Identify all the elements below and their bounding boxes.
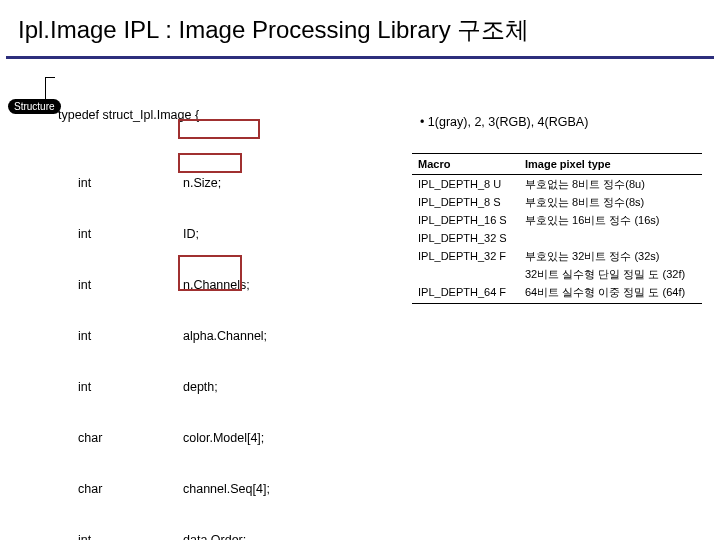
macro-cell: IPL_DEPTH_32 S [412, 229, 519, 247]
table-row: IPL_DEPTH_8 S부호있는 8비트 정수(8s) [412, 193, 702, 211]
table-row: IPL_DEPTH_32 F부호있는 32비트 정수 (32s) [412, 247, 702, 265]
code-typedef: typedef struct_Ipl.Image { [58, 107, 199, 124]
code-name: n.Channels; [183, 277, 250, 294]
code-name: color.Model[4]; [183, 430, 264, 447]
table-row: IPL_DEPTH_8 U부호없는 8비트 정수(8u) [412, 175, 702, 194]
desc-cell: 부호있는 32비트 정수 (32s) [519, 247, 702, 265]
macro-cell: IPL_DEPTH_8 S [412, 193, 519, 211]
desc-cell [519, 229, 702, 247]
code-type: int [58, 277, 183, 294]
desc-cell: 32비트 실수형 단일 정밀 도 (32f) [519, 265, 702, 283]
code-type: int [58, 175, 183, 192]
desc-cell: 부호없는 8비트 정수(8u) [519, 175, 702, 194]
macro-header-2: Image pixel type [519, 154, 702, 175]
code-type: char [58, 430, 183, 447]
code-name: channel.Seq[4]; [183, 481, 270, 498]
macro-cell: IPL_DEPTH_32 F [412, 247, 519, 265]
channels-note: • 1(gray), 2, 3(RGB), 4(RGBA) [420, 115, 588, 129]
code-name: alpha.Channel; [183, 328, 267, 345]
table-row: 32비트 실수형 단일 정밀 도 (32f) [412, 265, 702, 283]
macro-header-1: Macro [412, 154, 519, 175]
table-row: IPL_DEPTH_32 S [412, 229, 702, 247]
code-type: int [58, 532, 183, 540]
code-name: data.Order; [183, 532, 246, 540]
code-type: int [58, 226, 183, 243]
structure-badge: Structure [8, 99, 61, 114]
table-row: IPL_DEPTH_16 S부호있는 16비트 정수 (16s) [412, 211, 702, 229]
code-type: int [58, 328, 183, 345]
page-title: Ipl.Image IPL : Image Processing Library… [0, 0, 720, 56]
macro-cell: IPL_DEPTH_8 U [412, 175, 519, 194]
table-row: IPL_DEPTH_64 F64비트 실수형 이중 정밀 도 (64f) [412, 283, 702, 304]
content-area: Structure typedef struct_Ipl.Image { int… [0, 59, 720, 79]
macro-cell: IPL_DEPTH_16 S [412, 211, 519, 229]
macro-cell: IPL_DEPTH_64 F [412, 283, 519, 304]
code-type: int [58, 379, 183, 396]
code-name: ID; [183, 226, 199, 243]
desc-cell: 부호있는 16비트 정수 (16s) [519, 211, 702, 229]
code-block: typedef struct_Ipl.Image { intn.Size; in… [58, 73, 296, 540]
code-type: char [58, 481, 183, 498]
desc-cell: 64비트 실수형 이중 정밀 도 (64f) [519, 283, 702, 304]
code-name: n.Size; [183, 175, 221, 192]
desc-cell: 부호있는 8비트 정수(8s) [519, 193, 702, 211]
macro-table: Macro Image pixel type IPL_DEPTH_8 U부호없는… [412, 153, 702, 304]
code-name: depth; [183, 379, 218, 396]
macro-cell [412, 265, 519, 283]
